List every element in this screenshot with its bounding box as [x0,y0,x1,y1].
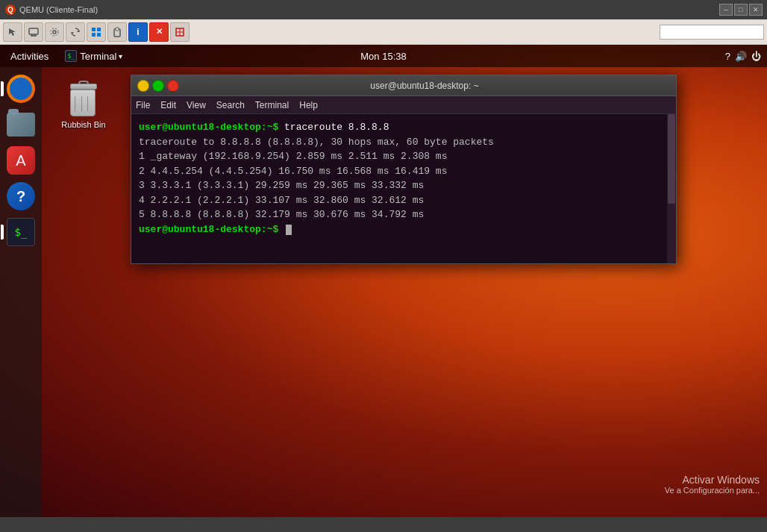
terminal-window-controls [137,80,179,92]
qemu-search-box[interactable] [660,25,764,40]
terminal-close-button[interactable] [167,80,179,92]
terminal-line-5: 3 3.3.3.1 (3.3.3.1) 29.259 ms 29.365 ms … [139,178,669,193]
terminal-menu-terminal[interactable]: Terminal [255,100,289,110]
svg-rect-2 [29,28,38,34]
terminal-menubar: File Edit View Search Terminal Help [131,96,676,114]
help-icon[interactable]: ? [725,51,730,62]
app-menu-chevron-icon: ▾ [119,52,122,60]
qemu-tool-screen[interactable] [24,22,43,42]
qemu-maximize-button[interactable]: □ [734,4,748,16]
terminal-line-4: 2 4.4.5.254 (4.4.5.254) 16.750 ms 16.568… [139,164,669,179]
terminal-menu-edit[interactable]: Edit [160,100,176,110]
ubuntu-panel: Activities $_ Terminal ▾ Mon 15:38 ? 🔊 ⏻ [0,45,767,67]
terminal-wrapper: user@ubuntu18-desktop:~$ traceroute 8.8.… [131,114,676,263]
rubbish-bin-icon [66,82,101,118]
terminal-icon: $_ [7,218,35,246]
app-menu[interactable]: $_ Terminal ▾ [59,45,128,67]
terminal-title: user@ubuntu18-desktop: ~ [179,81,670,91]
system-clock: Mon 15:38 [360,51,406,62]
qemu-titlebar: Q QEMU (Cliente-Final) ─ □ ✕ [0,0,767,19]
svg-rect-10 [92,28,96,31]
terminal-window: user@ubuntu18-desktop: ~ File Edit View … [131,75,677,264]
qemu-tool-clipboard[interactable] [107,22,127,42]
ubuntu-desktop: Activities $_ Terminal ▾ Mon 15:38 ? 🔊 ⏻… [0,45,767,517]
terminal-scroll-thumb[interactable] [668,114,675,204]
terminal-menu-view[interactable]: View [187,100,206,110]
terminal-line-6: 4 2.2.2.1 (2.2.2.1) 33.107 ms 32.860 ms … [139,193,669,208]
software-center-icon: A [7,146,35,175]
terminal-app-icon: $_ [65,50,77,62]
terminal-scrollbar[interactable] [667,114,676,263]
qemu-window-controls: ─ □ ✕ [719,4,763,16]
volume-icon[interactable]: 🔊 [735,51,747,62]
terminal-menu-file[interactable]: File [136,100,150,110]
dock-item-software[interactable]: A [5,145,37,176]
watermark-line1: Activar Windows [665,474,760,486]
terminal-menu-help[interactable]: Help [299,100,318,110]
dock-item-help[interactable]: ? [5,181,37,212]
ubuntu-dock: A ? $_ [0,67,42,517]
qemu-logo-icon: Q [4,4,16,16]
terminal-maximize-button[interactable] [152,80,164,92]
terminal-minimize-button[interactable] [137,80,149,92]
terminal-line-2: traceroute to 8.8.8.8 (8.8.8.8), 30 hops… [139,135,669,150]
help-app-icon: ? [7,182,35,210]
power-icon[interactable]: ⏻ [751,51,761,62]
qemu-toolbar: i ✕ [0,19,767,45]
svg-point-7 [51,28,58,36]
qemu-minimize-button[interactable]: ─ [719,4,733,16]
qemu-tool-refresh[interactable] [66,22,85,42]
watermark: Activar Windows Ve a Configuración para.… [665,474,760,495]
svg-text:Q: Q [7,6,13,14]
qemu-tool-pointer[interactable] [3,22,22,42]
dock-item-firefox[interactable] [5,73,37,104]
svg-rect-15 [116,28,119,31]
terminal-titlebar: user@ubuntu18-desktop: ~ [131,75,676,96]
svg-rect-12 [92,33,96,37]
qemu-tool-info[interactable]: i [128,22,148,42]
activities-button[interactable]: Activities [0,45,59,67]
dock-item-files[interactable] [5,109,37,140]
qemu-tool-windows[interactable] [87,22,106,42]
files-icon [7,113,35,137]
qemu-close-button[interactable]: ✕ [749,4,763,16]
rubbish-bin-desktop-icon[interactable]: Rubbish Bin [54,82,113,129]
panel-right-area: ? 🔊 ⏻ [725,51,767,62]
firefox-icon [7,75,35,103]
terminal-line-7: 5 8.8.8.8 (8.8.8.8) 32.179 ms 30.676 ms … [139,207,669,222]
rubbish-bin-label: Rubbish Bin [61,120,105,129]
dock-item-terminal[interactable]: $_ [5,216,37,248]
terminal-line-3: 1 _gateway (192.168.9.254) 2.859 ms 2.51… [139,149,669,164]
terminal-cursor [286,225,292,235]
qemu-tool-stop[interactable]: ✕ [149,22,169,42]
terminal-line-1: user@ubuntu18-desktop:~$ traceroute 8.8.… [139,120,669,135]
svg-rect-13 [97,33,101,37]
svg-rect-11 [97,28,101,31]
terminal-line-8: user@ubuntu18-desktop:~$ [139,222,669,237]
qemu-tool-settings[interactable] [45,22,64,42]
terminal-content: user@ubuntu18-desktop:~$ traceroute 8.8.… [131,114,676,263]
watermark-line2: Ve a Configuración para... [665,486,760,495]
qemu-bottom-bar [0,517,767,532]
terminal-menu-search[interactable]: Search [216,100,245,110]
qemu-title: QEMU (Cliente-Final) [19,5,719,14]
qemu-tool-extra[interactable] [170,22,190,42]
svg-point-6 [53,31,56,34]
terminal-main[interactable]: user@ubuntu18-desktop:~$ traceroute 8.8.… [131,114,676,263]
